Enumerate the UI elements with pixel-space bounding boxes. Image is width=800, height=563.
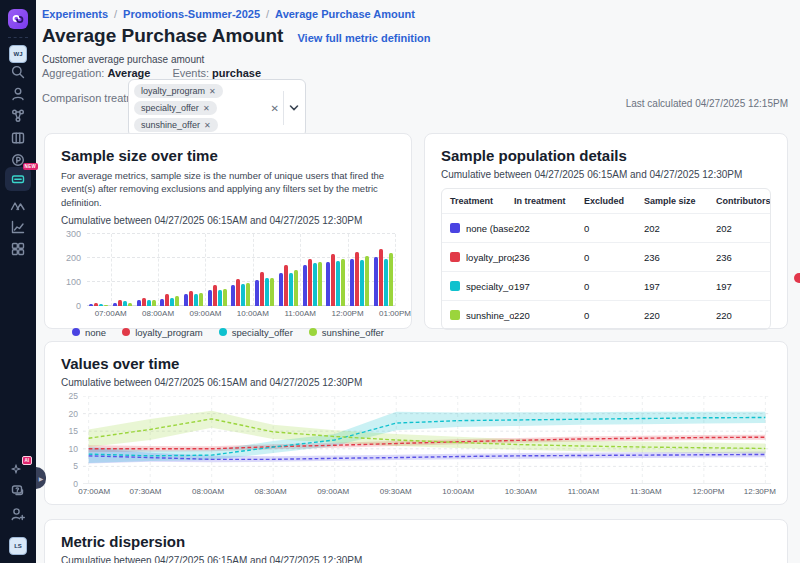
bar-specialty_offer[interactable] [218, 290, 222, 306]
comparison-treatments-select[interactable]: loyalty_program✕specialty_offer✕sunshine… [128, 79, 306, 137]
bar-none[interactable] [184, 294, 188, 306]
bar-specialty_offer[interactable] [313, 263, 317, 306]
app-logo[interactable] [8, 9, 28, 29]
bar-loyalty_program[interactable] [308, 259, 312, 306]
bar-sunshine_offer[interactable] [389, 253, 393, 306]
bar-none[interactable] [374, 257, 378, 305]
line-chart-plot[interactable] [83, 396, 771, 484]
help-chat-icon[interactable] [10, 483, 26, 499]
bar-specialty_offer[interactable] [360, 260, 364, 306]
bar-specialty_offer[interactable] [194, 294, 198, 306]
legend-item[interactable]: specialty_offer [219, 327, 293, 338]
bar-specialty_offer[interactable] [289, 273, 293, 306]
bar-loyalty_program[interactable] [284, 265, 288, 306]
bar-sunshine_offer[interactable] [199, 293, 203, 306]
bar-loyalty_program[interactable] [165, 294, 169, 306]
bar-loyalty_program[interactable] [355, 252, 359, 306]
bar-group[interactable] [277, 234, 301, 306]
bar-specialty_offer[interactable] [99, 304, 103, 306]
bar-specialty_offer[interactable] [147, 300, 151, 306]
funnel-peaks-icon[interactable] [10, 197, 26, 213]
users-icon[interactable] [10, 86, 26, 102]
invite-user-icon[interactable] [10, 506, 26, 522]
user-avatar[interactable]: LS [9, 537, 27, 555]
bar-group[interactable] [253, 234, 277, 306]
feedback-edge-button[interactable] [794, 273, 800, 283]
bar-group[interactable] [371, 234, 395, 306]
bar-sunshine_offer[interactable] [294, 270, 298, 306]
breadcrumb-item[interactable]: Promotions-Summer-2025 [123, 8, 260, 20]
treatment-chip[interactable]: sunshine_offer✕ [134, 118, 218, 132]
bar-none[interactable] [350, 259, 354, 306]
bar-group[interactable] [229, 234, 253, 306]
bar-specialty_offer[interactable] [336, 261, 340, 306]
search-icon[interactable] [10, 64, 26, 80]
bar-group[interactable] [182, 234, 206, 306]
breadcrumb-item[interactable]: Average Purchase Amount [275, 8, 415, 20]
dashboards-grid-icon[interactable] [10, 241, 26, 257]
bar-sunshine_offer[interactable] [175, 296, 179, 306]
view-metric-definition-link[interactable]: View full metric definition [297, 32, 430, 44]
bar-sunshine_offer[interactable] [128, 303, 132, 306]
table-row[interactable]: none (baseline)2020202202 [442, 213, 770, 242]
bar-group[interactable] [158, 234, 182, 306]
chip-remove-icon[interactable]: ✕ [209, 87, 216, 96]
chevron-down-icon[interactable] [289, 105, 299, 112]
treatment-chip[interactable]: specialty_offer✕ [134, 101, 217, 115]
bar-none[interactable] [255, 280, 259, 306]
bar-sunshine_offer[interactable] [104, 305, 108, 306]
bar-none[interactable] [160, 299, 164, 306]
legend-item[interactable]: sunshine_offer [309, 327, 384, 338]
bar-loyalty_program[interactable] [260, 272, 264, 306]
ai-assistant-icon[interactable]: AI [10, 459, 26, 475]
bar-specialty_offer[interactable] [170, 298, 174, 306]
legend-item[interactable]: loyalty_program [122, 327, 203, 338]
bar-none[interactable] [326, 262, 330, 306]
bar-none[interactable] [137, 300, 141, 306]
bar-sunshine_offer[interactable] [270, 278, 274, 306]
bar-specialty_offer[interactable] [265, 278, 269, 306]
bar-loyalty_program[interactable] [94, 303, 98, 306]
workspace-avatar[interactable]: WJ [9, 45, 27, 63]
bar-specialty_offer[interactable] [241, 284, 245, 306]
bar-loyalty_program[interactable] [189, 291, 193, 306]
bar-sunshine_offer[interactable] [246, 283, 250, 306]
bar-group[interactable] [87, 234, 111, 306]
legend-item[interactable]: none [72, 327, 106, 338]
columns-icon[interactable] [10, 130, 26, 146]
table-row[interactable]: specialty_offer1970197197 [442, 271, 770, 300]
bar-group[interactable] [300, 234, 324, 306]
bar-loyalty_program[interactable] [213, 285, 217, 306]
bar-sunshine_offer[interactable] [318, 262, 322, 306]
chip-remove-icon[interactable]: ✕ [203, 104, 210, 113]
gates-nodes-icon[interactable] [10, 108, 26, 124]
bar-loyalty_program[interactable] [142, 298, 146, 306]
table-row[interactable]: loyalty_program2360236236 [442, 242, 770, 271]
table-row[interactable]: sunshine_offer2200220220 [442, 300, 770, 329]
bar-specialty_offer[interactable] [384, 259, 388, 306]
bar-sunshine_offer[interactable] [341, 259, 345, 306]
bar-none[interactable] [113, 303, 117, 306]
bar-loyalty_program[interactable] [379, 249, 383, 306]
bar-group[interactable] [348, 234, 372, 306]
bar-none[interactable] [208, 290, 212, 306]
bar-none[interactable] [279, 273, 283, 306]
clear-all-icon[interactable]: ✕ [271, 103, 279, 114]
bar-none[interactable] [303, 265, 307, 306]
bar-specialty_offer[interactable] [123, 301, 127, 306]
bar-chart-plot[interactable] [87, 234, 395, 306]
bar-loyalty_program[interactable] [331, 254, 335, 306]
bar-loyalty_program[interactable] [236, 279, 240, 306]
bar-sunshine_offer[interactable] [223, 289, 227, 306]
bar-none[interactable] [231, 285, 235, 306]
bar-sunshine_offer[interactable] [152, 300, 156, 306]
bar-sunshine_offer[interactable] [365, 256, 369, 306]
metrics-chart-icon[interactable] [10, 219, 26, 235]
breadcrumb-item[interactable]: Experiments [42, 8, 108, 20]
treatment-chip[interactable]: loyalty_program✕ [134, 84, 223, 98]
bar-none[interactable] [89, 304, 93, 305]
bar-group[interactable] [134, 234, 158, 306]
bar-group[interactable] [324, 234, 348, 306]
sidebar-item-experiments-active[interactable]: NEW [5, 167, 31, 191]
bar-group[interactable] [111, 234, 135, 306]
